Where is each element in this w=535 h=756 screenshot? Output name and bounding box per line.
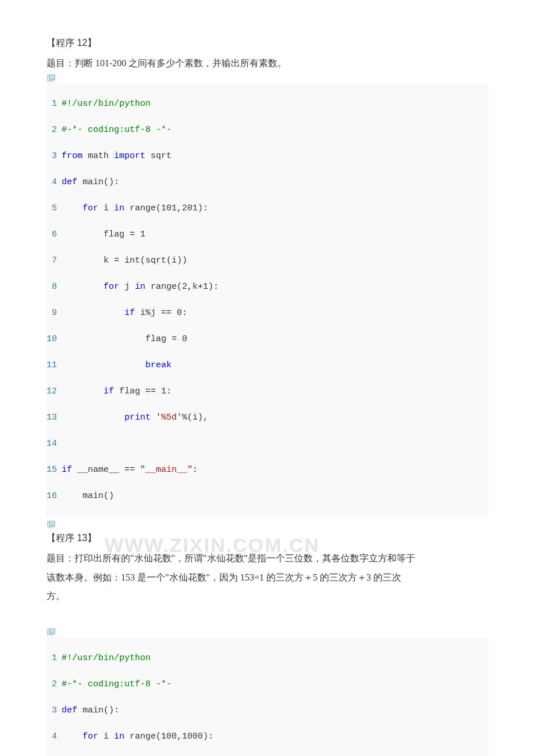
code-text: '%5d' bbox=[151, 413, 182, 422]
code-text: range(100,1000): bbox=[124, 732, 213, 741]
code-text: i bbox=[98, 732, 114, 741]
line-number: 3 bbox=[47, 704, 62, 718]
code-text: break bbox=[145, 360, 172, 370]
svg-rect-5 bbox=[49, 628, 55, 633]
line-number: 4 bbox=[47, 730, 62, 744]
code-text: if bbox=[62, 465, 72, 475]
code-text: #-*- coding:utf-8 -*- bbox=[62, 679, 172, 689]
code-text: if bbox=[124, 308, 135, 318]
code-text: i bbox=[98, 203, 114, 213]
code-text: "__main__" bbox=[140, 465, 192, 475]
line-number: 9 bbox=[47, 307, 62, 320]
code-text: __name__ bbox=[72, 465, 124, 475]
line-number: 12 bbox=[47, 385, 62, 399]
code-text: print bbox=[124, 413, 151, 422]
line-number: 13 bbox=[47, 411, 62, 425]
code-text: def bbox=[62, 177, 77, 187]
code-text: k = int(sqrt(i)) bbox=[98, 256, 187, 266]
line-number: 8 bbox=[47, 281, 62, 294]
code-text: math bbox=[83, 151, 114, 161]
line-number: 11 bbox=[47, 359, 62, 372]
code-text: == bbox=[124, 465, 140, 475]
copy-icon[interactable] bbox=[47, 521, 57, 530]
code-text: main() bbox=[77, 491, 114, 501]
line-number: 7 bbox=[47, 255, 62, 268]
line-number: 3 bbox=[47, 150, 62, 163]
program12-title: 【程序 12】 bbox=[47, 35, 488, 52]
code-text: i%j == 0: bbox=[135, 308, 187, 318]
line-number: 15 bbox=[47, 464, 62, 477]
code-text: flag = 1 bbox=[98, 230, 145, 239]
code-text: def bbox=[62, 705, 77, 715]
line-number: 4 bbox=[47, 176, 62, 189]
line-number: 10 bbox=[47, 333, 62, 346]
line-number: 5 bbox=[47, 202, 62, 216]
code-text: j bbox=[119, 282, 135, 292]
line-number: 2 bbox=[47, 124, 62, 137]
code-text: #!/usr/bin/python bbox=[62, 653, 151, 663]
code-text: in bbox=[135, 282, 145, 292]
code-text: in bbox=[114, 203, 124, 213]
line-number: 1 bbox=[47, 652, 62, 665]
code-text: import bbox=[114, 151, 145, 161]
code-text: in bbox=[114, 732, 124, 741]
code-text: main(): bbox=[77, 705, 119, 715]
program12-desc: 题目：判断 101-200 之间有多少个素数，并输出所有素数。 bbox=[47, 55, 488, 72]
code-text: for bbox=[83, 732, 98, 741]
code-block-13: 1#!/usr/bin/python 2#-*- coding:utf-8 -*… bbox=[47, 637, 488, 756]
code-text: from bbox=[62, 151, 83, 161]
code-text: sqrt bbox=[145, 151, 172, 161]
code-text: flag = 0 bbox=[140, 334, 187, 344]
code-text: : bbox=[192, 465, 198, 475]
code-text: %(i), bbox=[182, 413, 208, 422]
code-text: range(101,201): bbox=[124, 203, 208, 213]
line-number: 16 bbox=[47, 490, 62, 503]
line-number: 6 bbox=[47, 228, 62, 242]
line-number: 2 bbox=[47, 678, 62, 691]
program13-desc-line1: 题目：打印出所有的"水仙花数"，所谓"水仙花数"是指一个三位数，其各位数字立方和… bbox=[47, 550, 488, 567]
line-number: 1 bbox=[47, 98, 62, 111]
line-number: 14 bbox=[47, 438, 62, 451]
copy-icon[interactable] bbox=[47, 628, 57, 637]
svg-rect-3 bbox=[49, 521, 55, 526]
program13-title: 【程序 13】 bbox=[47, 530, 488, 547]
code-text: #-*- coding:utf-8 -*- bbox=[62, 125, 172, 135]
code-block-12: 1#!/usr/bin/python 2#-*- coding:utf-8 -*… bbox=[47, 84, 488, 518]
code-text: for bbox=[83, 203, 98, 213]
code-text: #!/usr/bin/python bbox=[62, 99, 151, 109]
code-text: main(): bbox=[77, 177, 119, 187]
code-text: for bbox=[104, 282, 119, 292]
program13-desc-line2: 该数本身。例如：153 是一个"水仙花数"，因为 153=1 的三次方＋5 的三… bbox=[47, 569, 488, 586]
code-text: flag == 1: bbox=[114, 386, 172, 396]
code-text: if bbox=[104, 386, 114, 396]
svg-rect-1 bbox=[49, 74, 55, 80]
code-text: range(2,k+1): bbox=[145, 282, 219, 292]
program13-desc-line3: 方。 bbox=[47, 588, 488, 605]
copy-icon[interactable] bbox=[47, 74, 57, 84]
